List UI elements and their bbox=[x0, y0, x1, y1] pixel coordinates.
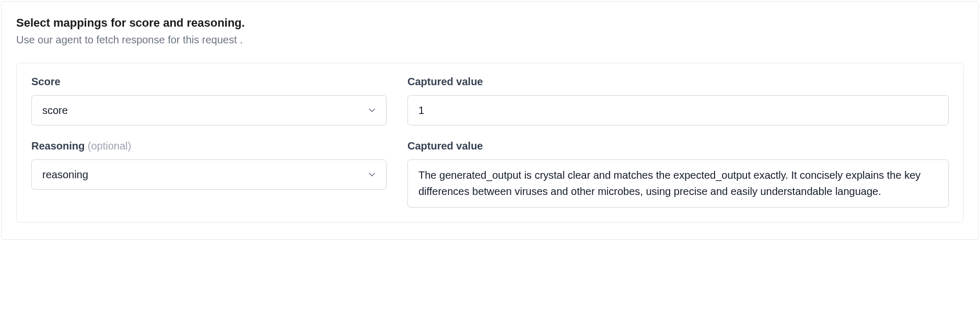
reasoning-captured-label: Captured value bbox=[407, 140, 949, 152]
score-captured-value[interactable]: 1 bbox=[407, 95, 949, 125]
reasoning-row: Reasoning (optional) reasoning Captured … bbox=[31, 140, 949, 208]
reasoning-select[interactable]: reasoning bbox=[31, 159, 387, 190]
score-captured-text: 1 bbox=[418, 102, 424, 118]
reasoning-captured-text: The generated_output is crystal clear an… bbox=[418, 169, 920, 197]
section-subtitle: Use our agent to fetch response for this… bbox=[16, 34, 964, 46]
score-captured-label: Captured value bbox=[407, 76, 949, 88]
score-select-col: Score score bbox=[31, 76, 387, 125]
reasoning-select-value: reasoning bbox=[42, 169, 88, 181]
reasoning-captured-col: Captured value The generated_output is c… bbox=[407, 140, 949, 208]
section-title: Select mappings for score and reasoning. bbox=[16, 16, 964, 30]
reasoning-label: Reasoning (optional) bbox=[31, 140, 387, 152]
reasoning-optional-suffix: (optional) bbox=[88, 140, 131, 152]
reasoning-select-col: Reasoning (optional) reasoning bbox=[31, 140, 387, 208]
reasoning-label-text: Reasoning bbox=[31, 140, 88, 152]
score-select-value: score bbox=[42, 105, 68, 117]
score-label: Score bbox=[31, 76, 387, 88]
mappings-panel: Score score Captured value 1 bbox=[16, 63, 964, 223]
mappings-container: Select mappings for score and reasoning.… bbox=[1, 1, 979, 240]
reasoning-select-wrap: reasoning bbox=[31, 159, 387, 190]
score-captured-col: Captured value 1 bbox=[407, 76, 949, 125]
score-select-wrap: score bbox=[31, 95, 387, 125]
score-row: Score score Captured value 1 bbox=[31, 76, 949, 125]
score-select[interactable]: score bbox=[31, 95, 387, 125]
reasoning-captured-value[interactable]: The generated_output is crystal clear an… bbox=[407, 159, 949, 208]
